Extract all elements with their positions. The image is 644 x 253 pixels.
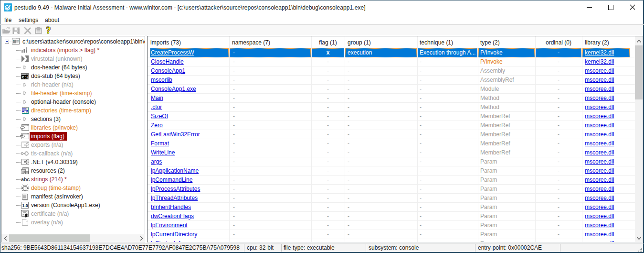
svg-text:C:\: C:\ xyxy=(22,75,29,79)
svg-text:1.0: 1.0 xyxy=(22,203,28,208)
